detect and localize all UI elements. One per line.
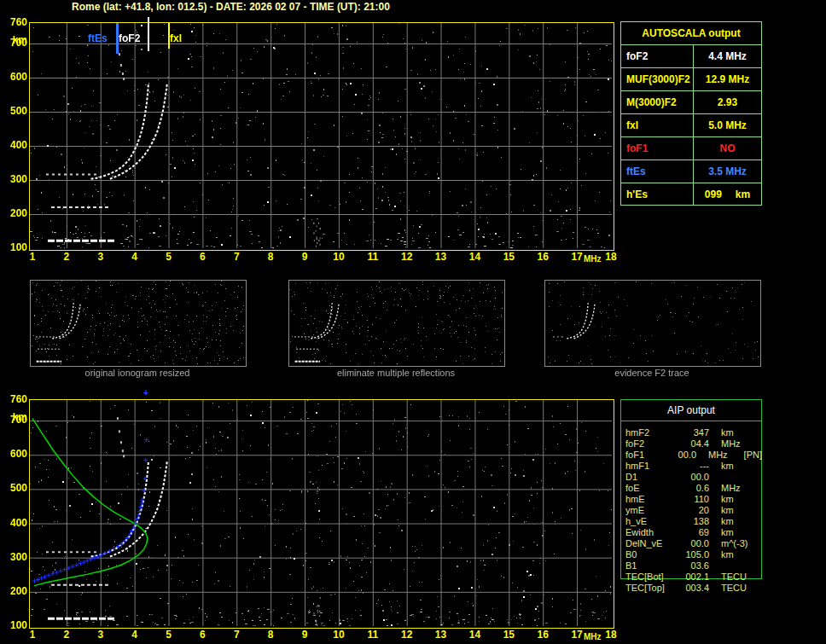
aip-row-unit (709, 472, 757, 483)
y-tick-label: 600 (0, 449, 27, 460)
aip-row: hmE110km (620, 494, 762, 505)
y-tick-label: 200 (0, 586, 27, 597)
fof2-marker-label: foF2 (119, 33, 140, 44)
aip-row-note (757, 583, 762, 594)
autoscala-row: ftEs3.5 MHz (621, 160, 761, 183)
x-tick-label: 9 (294, 629, 316, 641)
y-tick-label: 300 (0, 552, 27, 563)
aip-row-value: 110 (675, 494, 709, 505)
aip-row: h_vE138km (620, 516, 762, 527)
x-tick-label: 8 (259, 629, 282, 641)
x-tick-label: 5 (158, 629, 180, 641)
aip-row: ymE20km (620, 505, 762, 516)
bottom-ionogram-plot (29, 399, 614, 629)
autoscala-value-unit: km (736, 189, 750, 200)
y-tick-label: 300 (0, 174, 27, 185)
aip-row-label: DelN_vE (620, 538, 675, 549)
aip-row-note (757, 472, 762, 483)
aip-row-label: B1 (620, 560, 675, 571)
x-tick-label: 13 (430, 252, 452, 263)
x-tick-label: 14 (463, 252, 486, 263)
aip-row: D100.0 (620, 472, 762, 483)
aip-row-unit: MHz (709, 438, 757, 450)
aip-row-unit: m^(-3) (709, 538, 757, 549)
autoscala-value-text: 12.9 MHz (706, 73, 749, 85)
x-tick-label: 13 (430, 629, 452, 641)
aip-row: B0105.0km (620, 549, 762, 560)
aip-row-label: h_vE (620, 516, 675, 527)
y-tick-label: 760 (0, 17, 27, 28)
x-tick-label: 18 (600, 252, 622, 263)
restored-trace-top-point: + (143, 390, 148, 397)
aip-row-note (757, 527, 762, 538)
autoscala-row-value: NO (694, 137, 761, 160)
aip-row-label: foE (620, 483, 675, 494)
y-tick-label: 600 (0, 72, 27, 83)
thumbnail-panel (288, 280, 505, 367)
aip-row: Ewidth69km (620, 527, 762, 538)
aip-row-value: 105.0 (675, 549, 709, 560)
y-tick-label: 500 (0, 483, 27, 494)
autoscala-row-value: 12.9 MHz (694, 68, 761, 90)
y-tick-label: 400 (0, 140, 27, 151)
x-tick-label: 18 (600, 629, 622, 641)
x-tick-label: 2 (55, 629, 78, 641)
x-tick-label: 16 (532, 629, 554, 641)
aip-row-value: 138 (675, 516, 709, 527)
aip-row-note (757, 549, 762, 560)
aip-row-note (757, 483, 762, 494)
aip-row-label: foF2 (620, 438, 675, 450)
aip-row-label: hmE (620, 494, 675, 505)
aip-row: B103.6 (620, 560, 762, 571)
thumbnail-panel (544, 280, 761, 367)
aip-row-unit: km (709, 549, 757, 560)
autoscala-row-value: 4.4 MHz (694, 45, 761, 67)
x-tick-label: 4 (124, 252, 146, 263)
aip-row-label: TEC[Bot] (620, 571, 675, 583)
thumbnail-canvas (31, 281, 244, 364)
x-tick-label: 12 (396, 252, 418, 263)
top-ionogram-plot: ftEsfoF2fxI (29, 22, 614, 251)
aip-row-unit (709, 560, 757, 571)
autoscala-value-text: 3.5 MHz (708, 165, 747, 177)
autoscala-row: h'Es099km (621, 183, 761, 206)
x-tick-label: 12 (396, 629, 418, 641)
aip-row-unit: km (709, 516, 757, 527)
ftes-marker-label: ftEs (88, 33, 108, 44)
aip-row-note (757, 494, 762, 505)
x-tick-label: 3 (90, 252, 112, 263)
x-axis-unit-label: MHz (584, 632, 602, 641)
aip-rows: hmF2347kmfoF204.4MHzfoF100.0MHz[PN]hmF1-… (620, 427, 762, 594)
x-tick-label: 8 (259, 252, 282, 263)
aip-row-value: --- (675, 461, 709, 472)
x-tick-label: 6 (191, 629, 213, 641)
autoscala-table-header: AUTOSCALA output (621, 22, 761, 45)
aip-row-value: 0.6 (675, 483, 709, 494)
autoscala-row-value: 2.93 (694, 91, 761, 113)
x-tick-label: 10 (328, 629, 350, 641)
aip-row-label: TEC[Top] (620, 583, 675, 594)
aip-row-unit: km (709, 527, 757, 538)
y-axis-unit-label: km (0, 35, 27, 46)
x-tick-label: 10 (328, 252, 350, 263)
autoscala-value-text: 2.93 (718, 96, 737, 108)
bottom-ionogram-canvas (30, 400, 612, 626)
aip-row-note (757, 438, 762, 450)
aip-row-unit: km (709, 461, 757, 472)
autoscala-row: M(3000)F22.93 (621, 91, 761, 114)
aip-row-value: 00.0 (675, 538, 709, 549)
aip-row-note (757, 505, 762, 516)
aip-row-value: 03.6 (675, 560, 709, 571)
autoscala-row-label: h'Es (621, 183, 694, 206)
aip-row-value: 002.1 (675, 571, 709, 583)
autoscala-value-text: NO (720, 142, 736, 154)
autoscala-row: foF1NO (621, 137, 761, 160)
aip-row-unit: km (709, 427, 757, 438)
aip-row-value: 20 (675, 505, 709, 516)
aip-panel-header: AIP output (621, 400, 761, 421)
aip-row-value: 04.4 (675, 438, 709, 450)
x-tick-label: 6 (191, 252, 213, 263)
autoscala-row-label: foF2 (621, 45, 694, 67)
autoscala-row-label: ftEs (621, 160, 694, 183)
y-tick-label: 500 (0, 106, 27, 117)
